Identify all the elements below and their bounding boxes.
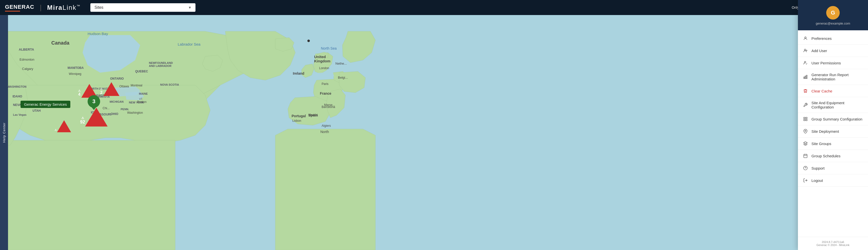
marker-warning-small[interactable]: ⚠ (57, 120, 71, 132)
layers-icon (803, 141, 808, 146)
menu-label-user-permissions: User Permissions (811, 61, 841, 65)
menu-item-site-deployment[interactable]: Site Deployment (798, 125, 868, 138)
map-pin-icon (803, 129, 808, 134)
svg-rect-15 (804, 154, 807, 158)
marker-warning-92[interactable]: ⚠ 92 (85, 108, 107, 127)
menu-label-add-user: Add User (811, 49, 827, 53)
menu-label-group-summary-config: Group Summary Configuration (811, 117, 862, 121)
person-add-icon (803, 48, 808, 53)
generac-underline (5, 11, 20, 11)
help-circle-icon (803, 166, 808, 171)
menu-label-site-equipment-config: Site And Equipment Configuration (811, 101, 863, 109)
menu-label-group-schedules: Group Schedules (811, 154, 840, 158)
menu-item-support[interactable]: Support (798, 162, 868, 174)
menu-label-clear-cache: Clear Cache (811, 89, 832, 93)
help-center-label: Help Center (2, 122, 6, 142)
menu-item-group-summary-config[interactable]: Group Summary Configuration (798, 113, 868, 125)
svg-rect-12 (806, 119, 807, 121)
menu-label-site-groups: Site Groups (811, 142, 831, 146)
svg-rect-6 (804, 77, 804, 79)
miralink-text: MiraLink™ (47, 4, 80, 11)
map-tooltip[interactable]: Generac Energy Services (21, 101, 70, 109)
person-check-icon (803, 60, 808, 65)
svg-marker-14 (804, 142, 807, 144)
menu-label-generator-run-report: Generator Run Report Administration (811, 73, 863, 81)
trash-icon (803, 88, 808, 93)
menu-item-clear-cache[interactable]: Clear Cache (798, 85, 868, 97)
menu-item-preferences[interactable]: Preferences (798, 32, 868, 45)
menu-item-logout[interactable]: Logout (798, 174, 868, 187)
menu-user-area: G generac@example.com (798, 0, 868, 30)
user-name: generac@example.com (816, 22, 850, 25)
generac-logo-block: GENERAC (5, 4, 34, 11)
wrench-icon (803, 103, 808, 108)
svg-rect-7 (805, 76, 806, 79)
sites-dropdown-text: Sites (94, 5, 103, 10)
user-avatar: G (826, 6, 840, 20)
map-container: Canada Hudson Bay Labrador Sea ALBERTA E… (0, 15, 868, 250)
sites-dropdown[interactable]: Sites ▼ (90, 3, 195, 12)
logo-area: GENERAC | MiraLink™ (5, 3, 80, 11)
menu-items-list: Preferences Add User User Permissions Ge… (798, 30, 868, 237)
svg-rect-11 (804, 119, 805, 121)
menu-item-generator-run-report[interactable]: Generator Run Report Administration (798, 69, 868, 85)
person-icon (803, 36, 808, 41)
log-out-icon (803, 178, 808, 183)
svg-point-13 (805, 130, 806, 132)
version-text: 2024.8.7-44711a6 (803, 241, 863, 244)
bar-chart-icon (803, 75, 808, 79)
menu-item-user-permissions[interactable]: User Permissions (798, 57, 868, 69)
menu-panel: G generac@example.com Preferences Add Us… (798, 0, 868, 250)
svg-point-1 (805, 37, 806, 38)
svg-rect-9 (804, 117, 805, 118)
header: GENERAC | MiraLink™ Sites ▼ Only show si… (0, 0, 868, 15)
svg-rect-10 (806, 117, 807, 118)
menu-item-site-equipment-config[interactable]: Site And Equipment Configuration (798, 97, 868, 113)
generac-logo: GENERAC (5, 4, 34, 11)
chevron-down-icon: ▼ (188, 5, 192, 9)
menu-label-logout: Logout (811, 178, 823, 183)
generac-text: GENERAC (5, 4, 34, 10)
svg-point-5 (804, 61, 806, 63)
tooltip-label: Generac Energy Services (21, 101, 70, 108)
menu-item-site-groups[interactable]: Site Groups (798, 138, 868, 150)
menu-label-site-deployment: Site Deployment (811, 129, 839, 134)
marker-green-3[interactable]: 3 (88, 95, 100, 108)
grid-icon (803, 116, 808, 121)
svg-point-2 (804, 49, 806, 51)
menu-item-group-schedules[interactable]: Group Schedules (798, 150, 868, 162)
menu-label-support: Support (811, 166, 825, 170)
calendar-icon (803, 153, 808, 158)
help-center-panel[interactable]: Help Center (0, 15, 8, 250)
svg-rect-8 (806, 75, 807, 79)
map-svg (0, 15, 868, 250)
logo-divider: | (40, 3, 41, 11)
menu-item-add-user[interactable]: Add User (798, 45, 868, 57)
marker-warning-2[interactable]: ⚠ 2 (103, 82, 119, 96)
cursor (307, 39, 310, 42)
copyright-text: Generac © 2024 - MiraLink (803, 244, 863, 247)
menu-label-preferences: Preferences (811, 36, 832, 40)
menu-footer: 2024.8.7-44711a6 Generac © 2024 - MiraLi… (798, 237, 868, 250)
